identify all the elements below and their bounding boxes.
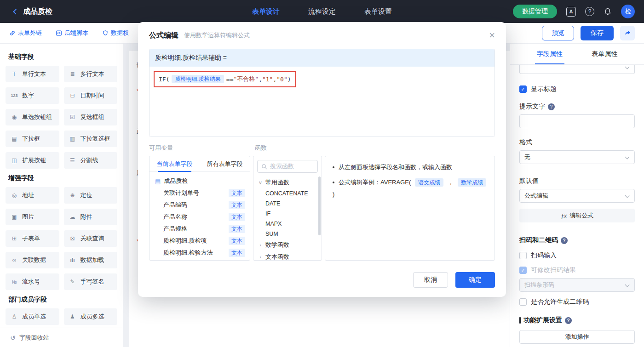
- property-panel: 字段属性 表单属性 显示标题 提示文字 ? 格式 无 默认值 公式编辑 ƒx 编…: [510, 44, 644, 347]
- tab-all-form-fields[interactable]: 所有表单字段: [200, 156, 250, 171]
- extension-section-header: 功能扩展设置 ?: [519, 316, 635, 324]
- confirm-button[interactable]: 确定: [455, 272, 495, 288]
- function-item[interactable]: MAPX: [253, 219, 322, 229]
- field-button-location[interactable]: ⊕定位: [64, 187, 118, 204]
- help-icon[interactable]: ?: [585, 7, 594, 16]
- field-button-text[interactable]: T单行文本: [6, 66, 59, 82]
- preview-button[interactable]: 预览: [542, 26, 574, 40]
- format-select[interactable]: 无: [519, 150, 635, 164]
- function-item[interactable]: SUM: [253, 229, 322, 239]
- field-tree: ▤ 成品质检 关联计划单号文本 产品编码文本 产品名称文本 产品规格文本 质检明…: [150, 172, 250, 261]
- toolbar-actions: 预览 保存: [542, 26, 635, 40]
- enhanced-field-grid: ◎地址 ⊕定位 ▣图片 ☁附件 ⊞子表单 ⊠关联查询 ∞关联数据 ılı数据加载…: [6, 187, 117, 290]
- field-button-signature[interactable]: ✎手写签名: [64, 273, 118, 290]
- field-button-lookup[interactable]: ⊠关联查询: [64, 230, 118, 247]
- function-group-text[interactable]: › 文本函数: [253, 251, 322, 261]
- allow-qr-checkbox[interactable]: [519, 298, 527, 306]
- function-group-label: 数学函数: [265, 241, 289, 249]
- avatar[interactable]: 检: [621, 5, 635, 18]
- function-search-input[interactable]: 搜索函数: [257, 160, 318, 173]
- scan-mode-value: 扫描条形码: [524, 281, 554, 289]
- question-icon[interactable]: ?: [561, 237, 568, 244]
- close-icon[interactable]: ×: [489, 30, 495, 40]
- field-button-serial-number[interactable]: №流水号: [6, 273, 59, 290]
- bell-icon[interactable]: [604, 7, 612, 16]
- tree-item[interactable]: 产品编码文本: [150, 199, 250, 211]
- tree-item[interactable]: 产品名称文本: [150, 211, 250, 223]
- field-chip[interactable]: 质检明细.质检结果: [172, 75, 224, 83]
- question-icon[interactable]: ?: [565, 317, 572, 324]
- translate-icon[interactable]: A: [566, 7, 576, 17]
- field-button-divider[interactable]: ☰分割线: [64, 152, 118, 169]
- formula-input-area[interactable]: IF( 质检明细.质检结果 == "不合格" , "1" , "0" ): [150, 67, 494, 137]
- field-button-textarea[interactable]: ≣多行文本: [64, 66, 118, 82]
- function-item[interactable]: IF: [253, 209, 322, 219]
- field-button-linked-data[interactable]: ∞关联数据: [6, 252, 59, 268]
- field-icon: ☰: [68, 157, 77, 164]
- tab-field-properties[interactable]: 字段属性: [537, 44, 563, 64]
- show-title-checkbox[interactable]: [519, 85, 527, 93]
- tree-root-node[interactable]: ▤ 成品质检: [150, 175, 250, 187]
- field-icon: ⊟: [68, 92, 77, 99]
- data-manage-button[interactable]: 数据管理: [513, 5, 557, 18]
- scan-input-checkbox[interactable]: [519, 252, 527, 259]
- field-icon: ılı: [68, 257, 77, 263]
- tab-form-properties[interactable]: 表单属性: [592, 44, 617, 64]
- field-button-member-single[interactable]: ♙成员单选: [6, 308, 59, 325]
- clipped-select[interactable]: [519, 65, 635, 74]
- tree-item[interactable]: 产品规格文本: [150, 223, 250, 235]
- field-button-extend-button[interactable]: ◫扩展按钮: [6, 152, 59, 169]
- field-button-radio-group[interactable]: ◉单选按钮组: [6, 109, 59, 125]
- field-button-subform[interactable]: ⊞子表单: [6, 230, 59, 247]
- share-button[interactable]: [620, 26, 635, 40]
- scan-mode-select[interactable]: 扫描条形码: [519, 278, 635, 292]
- tab-form-design[interactable]: 表单设计: [252, 7, 280, 16]
- function-group-math[interactable]: › 数学函数: [253, 239, 322, 251]
- help-panel: 从左侧面板选择字段名和函数，或输入函数 公式编辑举例：AVERAGE( 语文成绩…: [325, 156, 495, 261]
- field-button-select[interactable]: ▤下拉框: [6, 131, 59, 147]
- example-field-chip[interactable]: 语文成绩: [415, 178, 443, 187]
- edit-formula-button[interactable]: ƒx 编辑公式: [519, 209, 635, 222]
- code-icon: [56, 30, 62, 36]
- field-recycle-bin[interactable]: ↺ 字段回收站: [0, 328, 123, 347]
- function-group-common[interactable]: ∨ 常用函数: [253, 176, 322, 188]
- question-icon[interactable]: ?: [548, 103, 555, 110]
- page-title: 成品质检: [23, 7, 52, 17]
- field-button-address[interactable]: ◎地址: [6, 187, 59, 204]
- tree-item[interactable]: 质检明细.质检项文本: [150, 235, 250, 247]
- field-button-multi-select[interactable]: ▥下拉复选框: [64, 131, 118, 147]
- formula-expression[interactable]: IF( 质检明细.质检结果 == "不合格" , "1" , "0" ): [154, 71, 296, 87]
- search-placeholder: 搜索函数: [270, 162, 294, 171]
- variables-tabs: 当前表单字段 所有表单字段: [150, 156, 250, 172]
- save-button[interactable]: 保存: [581, 26, 614, 40]
- field-icon: T: [10, 71, 19, 77]
- back-button[interactable]: [9, 6, 20, 17]
- field-button-image[interactable]: ▣图片: [6, 209, 59, 225]
- scrollbar-thumb[interactable]: [318, 176, 321, 235]
- form-external-link-item[interactable]: 表单外链: [9, 29, 42, 37]
- hint-label: 提示文字: [519, 102, 545, 111]
- tab-current-form-fields[interactable]: 当前表单字段: [150, 156, 200, 171]
- tab-form-settings[interactable]: 表单设置: [364, 7, 392, 16]
- backend-script-item[interactable]: 后端脚本: [56, 29, 88, 37]
- data-permission-item[interactable]: 数据权: [102, 29, 129, 37]
- hint-text-input[interactable]: [519, 114, 635, 128]
- function-item[interactable]: DATE: [253, 199, 322, 209]
- default-value-select[interactable]: 公式编辑: [519, 189, 635, 203]
- field-icon: №: [10, 279, 19, 284]
- field-button-checkbox-group[interactable]: ☑复选框组: [64, 109, 118, 125]
- add-action-button[interactable]: 添加操作: [519, 330, 635, 344]
- field-button-member-multi[interactable]: ♟成员多选: [64, 308, 118, 325]
- tab-flow-settings[interactable]: 流程设定: [308, 7, 336, 16]
- modify-scan-checkbox[interactable]: [519, 267, 527, 274]
- function-item[interactable]: CONCATENATE: [253, 188, 322, 199]
- cancel-button[interactable]: 取消: [413, 272, 448, 288]
- field-button-number[interactable]: 123数字: [6, 87, 59, 104]
- recycle-bin-label: 字段回收站: [19, 334, 49, 342]
- field-button-attachment[interactable]: ☁附件: [64, 209, 118, 225]
- field-button-data-load[interactable]: ılı数据加载: [64, 252, 118, 268]
- example-field-chip[interactable]: 数学成绩: [458, 178, 486, 187]
- tree-item[interactable]: 关联计划单号文本: [150, 187, 250, 199]
- field-button-datetime[interactable]: ⊟日期时间: [64, 87, 118, 104]
- tree-item[interactable]: 质检明细.检验方法文本: [150, 247, 250, 259]
